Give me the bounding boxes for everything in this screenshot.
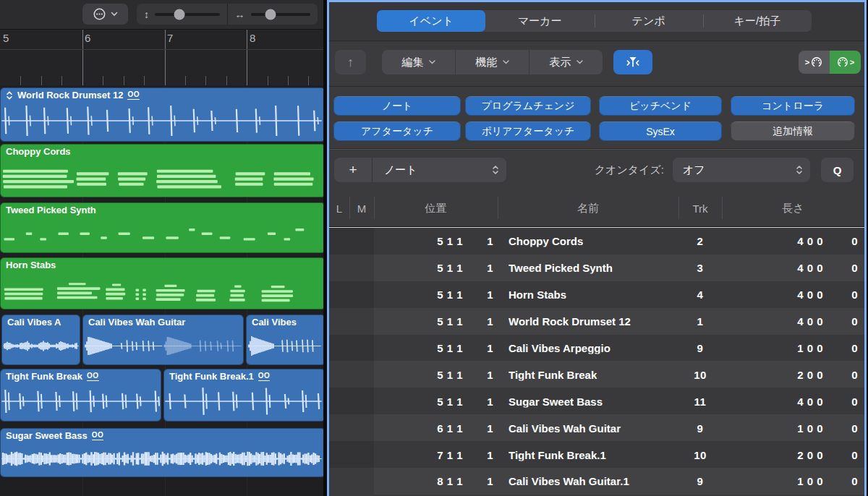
region-waveform: [247, 329, 323, 364]
add-event-button[interactable]: +: [334, 158, 373, 182]
filter-[interactable]: ピッチベンド: [599, 96, 722, 116]
filter-[interactable]: ポリアフタータッチ: [465, 121, 591, 141]
more-options-icon: [93, 7, 106, 21]
region-waveform: [1, 158, 323, 196]
event-row-tweed-picked-synth[interactable]: 5 1 11Tweed Picked Synth34 0 00: [329, 255, 864, 281]
event-row-cali-vibes-wah-guitar[interactable]: 6 1 11Cali Vibes Wah Guitar91 0 00: [329, 414, 864, 441]
header-m: M: [349, 190, 374, 226]
event-row-cali-vibes-arpeggio[interactable]: 5 1 11Cali Vibes Arpeggio91 0 00: [329, 335, 864, 362]
vertical-zoom-slider[interactable]: ↕: [137, 4, 227, 25]
event-subposition: 1: [463, 342, 493, 354]
region-choppy-cords[interactable]: Choppy Cords: [0, 144, 323, 197]
midi-in-button[interactable]: >: [799, 51, 830, 74]
event-track: 11: [678, 395, 722, 407]
chords-waveform: [1, 158, 322, 195]
event-position: 6 1 1: [373, 422, 463, 434]
event-track: 2: [678, 235, 722, 247]
region-cali-vibes[interactable]: Cali Vibes: [246, 315, 323, 365]
region-world-rock-drumset-12[interactable]: World Rock Drumset 12OO: [0, 87, 323, 142]
region-tight-funk-break[interactable]: Tight Funk BreakOO: [0, 369, 161, 422]
region-waveform: [84, 329, 242, 364]
apple-loop-icon: OO: [87, 372, 99, 381]
event-track: 9: [678, 475, 722, 487]
guitarA-waveform: [3, 329, 79, 363]
event-length-ticks: 0: [827, 262, 858, 274]
event-length-ticks: 0: [827, 235, 858, 247]
hierarchy-up-button[interactable]: ↑: [335, 50, 366, 74]
region-waveform: [3, 329, 79, 364]
event-row-tight-funk-break-1[interactable]: 7 1 11Tight Funk Break.1102 0 00: [329, 441, 864, 468]
tab-marker[interactable]: マーカー: [485, 10, 594, 32]
vertical-zoom-knob[interactable]: [174, 9, 185, 20]
filter-sysex[interactable]: SysEx: [599, 121, 722, 141]
event-row-sugar-sweet-bass[interactable]: 5 1 11Sugar Sweet Bass114 0 00: [329, 388, 864, 414]
event-name: Tweed Picked Synth: [509, 262, 698, 274]
region-cali-vibes-a[interactable]: Cali Vibes A: [1, 315, 80, 365]
event-name: Horn Stabs: [509, 288, 698, 301]
region-cali-vibes-wah-guitar[interactable]: Cali Vibes Wah Guitar: [82, 315, 244, 365]
tab-event[interactable]: イベント: [377, 10, 485, 32]
region-title: Choppy Cords: [0, 144, 323, 157]
quantize-popup[interactable]: オフ: [673, 158, 810, 182]
catch-playhead-button[interactable]: [613, 50, 652, 74]
filter-[interactable]: コントローラ: [731, 96, 855, 116]
region-title: Tweed Picked Synth: [0, 202, 323, 215]
event-row-world-rock-drumset-12[interactable]: 5 1 11World Rock Drumset 1214 0 00: [329, 308, 864, 335]
region-name: Sugar Sweet Bass: [6, 430, 88, 441]
menu-functions[interactable]: 機能: [455, 50, 529, 74]
tab-key-signature[interactable]: キー/拍子: [703, 10, 812, 32]
event-position: 5 1 1: [373, 288, 463, 301]
event-track: 9: [678, 342, 722, 354]
event-table-header: L M 位置 名前 Trk 長さ: [329, 190, 864, 228]
ruler-bar-line: [247, 30, 247, 85]
region-sugar-sweet-bass[interactable]: Sugar Sweet BassOO: [0, 428, 323, 477]
quantize-apply-button[interactable]: Q: [821, 158, 854, 182]
track-lane: Cali Vibes ACali Vibes Wah GuitarCali Vi…: [0, 315, 323, 365]
midi-out-icon: [836, 56, 849, 68]
ruler-tick: [268, 76, 268, 85]
region-tight-funk-break-1[interactable]: Tight Funk Break.1OO: [163, 369, 323, 422]
event-length: 4 0 0: [733, 395, 823, 407]
menu-edit[interactable]: 編集: [382, 50, 455, 74]
quantize-value: オフ: [673, 163, 796, 177]
event-row-choppy-cords[interactable]: 5 1 11Choppy Cords24 0 00: [329, 228, 864, 255]
funk-waveform: [165, 383, 322, 419]
event-row-cali-vibes-wah-guitar-1[interactable]: 8 1 11Cali Vibes Wah Guitar.191 0 00: [329, 468, 864, 495]
filter-[interactable]: プログラムチェンジ: [465, 96, 591, 116]
apple-loop-icon: OO: [92, 431, 104, 440]
header-position: 位置: [374, 190, 498, 226]
filter-[interactable]: ノート: [333, 96, 461, 116]
region-name: Tight Funk Break.1: [169, 371, 254, 382]
event-subposition: 1: [463, 475, 493, 487]
event-type-popup-value[interactable]: ノート: [373, 163, 492, 177]
region-title: Cali Vibes: [246, 315, 323, 328]
divider: [329, 149, 864, 150]
midi-in-arrow: >: [805, 59, 809, 67]
wah-waveform: [84, 329, 242, 363]
bar-ruler[interactable]: 5678: [0, 30, 323, 85]
midi-in-icon: [810, 56, 823, 68]
event-name: Cali Vibes Arpeggio: [509, 342, 698, 354]
event-row-horn-stabs[interactable]: 5 1 11Horn Stabs44 0 00: [329, 281, 864, 308]
ruler-bar-number: 6: [85, 32, 90, 44]
filter-[interactable]: アフタータッチ: [333, 121, 461, 141]
event-name: Cali Vibes Wah Guitar.1: [509, 475, 698, 487]
header-l: L: [329, 190, 349, 226]
tab-tempo[interactable]: テンポ: [595, 10, 703, 32]
midi-out-button[interactable]: >: [830, 51, 861, 74]
event-list-panel: イベントマーカーテンポキー/拍子 ↑ 編集機能表示 >: [327, 0, 867, 496]
vertical-zoom-track[interactable]: [155, 13, 220, 16]
region-tweed-picked-synth[interactable]: Tweed Picked Synth: [0, 202, 323, 253]
horizontal-zoom-knob[interactable]: [265, 9, 276, 20]
horizontal-zoom-slider[interactable]: ↔: [228, 4, 318, 25]
track-options-button[interactable]: [82, 4, 128, 25]
horizontal-zoom-track[interactable]: [251, 13, 311, 16]
filter-[interactable]: 追加情報: [731, 121, 855, 141]
region-name: Tight Funk Break: [6, 371, 82, 382]
ruler-bar-number: 5: [3, 32, 9, 44]
event-row-tight-funk-break[interactable]: 5 1 11Tight Funk Break102 0 00: [329, 361, 864, 388]
menu-view[interactable]: 表示: [529, 50, 603, 74]
region-horn-stabs[interactable]: Horn Stabs: [0, 257, 323, 309]
ruler-tick: [144, 76, 145, 85]
ruler-bar-line: [82, 30, 83, 85]
